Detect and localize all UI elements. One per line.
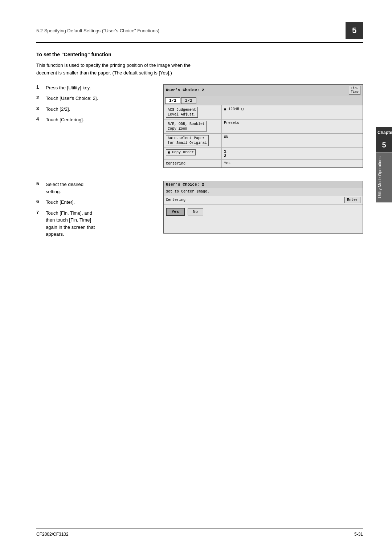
step-3: 3 Touch [2/2]. [36,106,152,113]
screen-mockup-2: User's Choice: 2 Set to Center Image. Ce… [163,181,363,234]
fin-time-button[interactable]: Fin.Time [349,86,360,95]
screen1-row-4: ▣ Copy Order 12 [164,148,363,160]
screen1-area: User's Choice: 2 Fin.Time 1/2 2/2 ACS Ju… [163,84,363,174]
steps-group-2: 5 Select the desiredsetting. 6 Touch [En… [36,181,363,242]
chapter-badge: 5 [346,22,363,39]
screen2-spacer [164,219,363,233]
screen2-area: User's Choice: 2 Set to Center Image. Ce… [163,181,363,242]
step-4: 4 Touch [Centering]. [36,116,152,123]
chapter-side-number: 5 [376,138,392,152]
footer-left: CF2002/CF3102 [36,532,69,537]
chapter-side-tab: Chapter 5 Utility Mode Operations [376,127,392,202]
breadcrumb: 5.2 Specifying Default Settings ("User's… [36,28,159,33]
section-description: This function is used to specify the pri… [36,62,240,77]
screen2-subtitle: Set to Center Image. [164,188,363,195]
steps-left-2: 5 Select the desiredsetting. 6 Touch [En… [36,181,152,242]
steps-left-1: 1 Press the [Utility] key. 2 Touch [User… [36,84,152,174]
step-1: 1 Press the [Utility] key. [36,84,152,92]
step-6: 6 Touch [Enter]. [36,199,152,206]
enter-button[interactable]: Enter [344,197,360,203]
tab-row: 1/2 2/2 [164,96,363,105]
utility-mode-label: Utility Mode Operations [376,152,392,202]
screen1-row-2: R/E, ODR, BookletCopy Zoom Presets [164,119,363,134]
screen2-centering-row: Centering Enter [164,195,363,205]
tab-1-2[interactable]: 1/2 [165,97,180,104]
footer-right: 5-31 [354,532,363,537]
step-5: 5 Select the desiredsetting. [36,181,152,195]
section-title: To set the "Centering" function [36,52,363,57]
screen1-row-5: Centering Yes [164,160,363,167]
yes-no-row: Yes No [164,205,363,219]
page-header: 5.2 Specifying Default Settings ("User's… [36,22,363,43]
step-7: 7 Touch [Fin. Time], andthen touch [Fin.… [36,210,152,238]
steps-group-1: 1 Press the [Utility] key. 2 Touch [User… [36,84,363,174]
tab-2-2[interactable]: 2/2 [181,97,196,104]
no-button[interactable]: No [188,208,203,215]
chapter-side-label: Chapter [376,127,392,138]
yes-button[interactable]: Yes [166,208,185,216]
screen1-header: User's Choice: 2 Fin.Time [164,85,363,97]
page-footer: CF2002/CF3102 5-31 [36,528,363,537]
screen1-row-3: Auto-select Paperfor Small Original ON [164,134,363,148]
screen-mockup-1: User's Choice: 2 Fin.Time 1/2 2/2 ACS Ju… [163,84,363,168]
screen1-row-1: ACS JudgementLevel Adjust. ▣ 12345 ▢ [164,105,363,119]
screen2-title: User's Choice: 2 [164,181,363,188]
step-2: 2 Touch [User's Choice: 2]. [36,95,152,102]
